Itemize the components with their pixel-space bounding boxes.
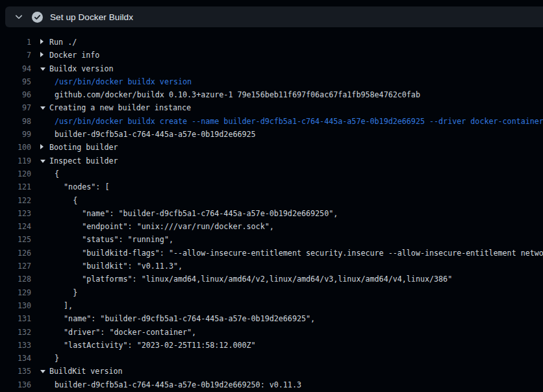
log-line: 125 "status": "running", bbox=[0, 233, 543, 246]
log-line: 95 /usr/bin/docker buildx version bbox=[0, 75, 543, 88]
log-line: 127 "buildkit": "v0.11.3", bbox=[0, 260, 543, 273]
line-number[interactable]: 126 bbox=[0, 247, 31, 260]
line-text: ], bbox=[55, 301, 73, 310]
log-container: 1 Run ./ 7 Docker info 94 Buildx version… bbox=[0, 27, 543, 391]
line-number[interactable]: 119 bbox=[0, 154, 31, 167]
line-content: builder-d9cfb5a1-c764-445a-a57e-0b19d2e6… bbox=[40, 128, 256, 141]
log-line: 126 "buildkitd-flags": "--allow-insecure… bbox=[0, 247, 543, 260]
log-line: 94 Buildx version bbox=[0, 62, 543, 75]
line-text: "driver": "docker-container", bbox=[55, 328, 196, 337]
triangle-down-icon bbox=[40, 67, 45, 71]
line-text: Run ./ bbox=[49, 38, 77, 47]
log-group-toggle[interactable]: Docker info bbox=[40, 49, 99, 62]
line-content: /usr/bin/docker buildx create --name bui… bbox=[40, 115, 543, 128]
log-line: 133 "lastActivity": "2023-02-25T11:58:12… bbox=[0, 339, 543, 352]
line-text: "status": "running", bbox=[55, 235, 173, 244]
line-number[interactable]: 124 bbox=[0, 220, 31, 233]
line-number[interactable]: 97 bbox=[0, 101, 31, 114]
line-number[interactable]: 125 bbox=[0, 233, 31, 246]
line-number[interactable]: 94 bbox=[0, 62, 31, 75]
step-header[interactable]: Set up Docker Buildx bbox=[5, 6, 543, 27]
log-line: 134 } bbox=[0, 352, 543, 365]
log-line: 120 { bbox=[0, 167, 543, 180]
line-number[interactable]: 99 bbox=[0, 128, 31, 141]
log-line: 1 Run ./ bbox=[0, 36, 543, 49]
line-content: ], bbox=[40, 299, 73, 312]
line-number[interactable]: 120 bbox=[0, 167, 31, 180]
line-text: { bbox=[55, 196, 77, 205]
line-number[interactable]: 128 bbox=[0, 273, 31, 286]
log-line: 7 Docker info bbox=[0, 49, 543, 62]
log-line: 132 "driver": "docker-container", bbox=[0, 326, 543, 339]
triangle-down-icon bbox=[40, 106, 45, 110]
log-line: 97 Creating a new builder instance bbox=[0, 101, 543, 114]
log-line: 121 "nodes": [ bbox=[0, 180, 543, 193]
log-line: 98 /usr/bin/docker buildx create --name … bbox=[0, 115, 543, 128]
line-content: "name": "builder-d9cfb5a1-c764-445a-a57e… bbox=[40, 312, 315, 325]
line-content: "buildkitd-flags": "--allow-insecure-ent… bbox=[40, 247, 543, 260]
log-group-toggle[interactable]: BuildKit version bbox=[40, 365, 123, 378]
log-line: 119 Inspect builder bbox=[0, 154, 543, 167]
line-number[interactable]: 95 bbox=[0, 75, 31, 88]
line-text: "buildkit": "v0.11.3", bbox=[55, 262, 183, 271]
line-text: Booting builder bbox=[49, 143, 118, 152]
line-text: builder-d9cfb5a1-c764-445a-a57e-0b19d2e6… bbox=[55, 380, 301, 389]
line-text: } bbox=[55, 354, 59, 363]
line-text: builder-d9cfb5a1-c764-445a-a57e-0b19d2e6… bbox=[55, 130, 256, 139]
log-group-toggle[interactable]: Buildx version bbox=[40, 62, 114, 75]
log-line: 130 ], bbox=[0, 299, 543, 312]
log-line: 99 builder-d9cfb5a1-c764-445a-a57e-0b19d… bbox=[0, 128, 543, 141]
triangle-right-icon bbox=[40, 52, 44, 57]
line-number[interactable]: 1 bbox=[0, 36, 31, 49]
log-line: 124 "endpoint": "unix:///var/run/docker.… bbox=[0, 220, 543, 233]
line-number[interactable]: 130 bbox=[0, 299, 31, 312]
line-number[interactable]: 100 bbox=[0, 141, 31, 154]
line-number[interactable]: 133 bbox=[0, 339, 31, 352]
line-text: "name": "builder-d9cfb5a1-c764-445a-a57e… bbox=[55, 314, 315, 323]
line-content: "status": "running", bbox=[40, 233, 173, 246]
line-text: Inspect builder bbox=[49, 156, 118, 165]
log-group-toggle[interactable]: Run ./ bbox=[40, 36, 77, 49]
log-group-toggle[interactable]: Creating a new builder instance bbox=[40, 101, 191, 114]
line-text: } bbox=[55, 288, 77, 297]
line-number[interactable]: 127 bbox=[0, 260, 31, 273]
line-text: Creating a new builder instance bbox=[49, 103, 191, 112]
line-number[interactable]: 123 bbox=[0, 207, 31, 220]
line-number[interactable]: 96 bbox=[0, 88, 31, 101]
line-content: builder-d9cfb5a1-c764-445a-a57e-0b19d2e6… bbox=[40, 378, 301, 391]
line-content: "endpoint": "unix:///var/run/docker.sock… bbox=[40, 220, 274, 233]
log-line: 123 "name": "builder-d9cfb5a1-c764-445a-… bbox=[0, 207, 543, 220]
line-number[interactable]: 7 bbox=[0, 49, 31, 62]
triangle-right-icon bbox=[40, 39, 44, 44]
line-number[interactable]: 135 bbox=[0, 365, 31, 378]
line-text: "buildkitd-flags": "--allow-insecure-ent… bbox=[55, 249, 543, 258]
line-text: "name": "builder-d9cfb5a1-c764-445a-a57e… bbox=[55, 209, 338, 218]
line-content: "nodes": [ bbox=[40, 180, 109, 193]
line-number[interactable]: 122 bbox=[0, 194, 31, 207]
log-line: 96 github.com/docker/buildx 0.10.3+azure… bbox=[0, 88, 543, 101]
line-number[interactable]: 136 bbox=[0, 378, 31, 391]
log-line: 129 } bbox=[0, 286, 543, 299]
check-circle-icon bbox=[32, 12, 43, 23]
line-number[interactable]: 134 bbox=[0, 352, 31, 365]
step-title: Set up Docker Buildx bbox=[50, 12, 133, 22]
line-text: Buildx version bbox=[49, 64, 114, 73]
line-number[interactable]: 98 bbox=[0, 115, 31, 128]
line-content: { bbox=[40, 194, 77, 207]
line-content: "driver": "docker-container", bbox=[40, 326, 196, 339]
log-group-toggle[interactable]: Booting builder bbox=[40, 141, 118, 154]
log-line: 131 "name": "builder-d9cfb5a1-c764-445a-… bbox=[0, 312, 543, 325]
line-number[interactable]: 129 bbox=[0, 286, 31, 299]
line-number[interactable]: 132 bbox=[0, 326, 31, 339]
log-line: 135 BuildKit version bbox=[0, 365, 543, 378]
line-number[interactable]: 121 bbox=[0, 180, 31, 193]
log-group-toggle[interactable]: Inspect builder bbox=[40, 154, 118, 167]
line-text: Docker info bbox=[49, 51, 99, 60]
line-text: /usr/bin/docker buildx version bbox=[55, 77, 192, 86]
line-content: "platforms": "linux/amd64,linux/amd64/v2… bbox=[40, 273, 452, 286]
log-line: 128 "platforms": "linux/amd64,linux/amd6… bbox=[0, 273, 543, 286]
log-line: 100 Booting builder bbox=[0, 141, 543, 154]
line-content: /usr/bin/docker buildx version bbox=[40, 75, 192, 88]
line-text: BuildKit version bbox=[49, 367, 123, 376]
line-number[interactable]: 131 bbox=[0, 312, 31, 325]
